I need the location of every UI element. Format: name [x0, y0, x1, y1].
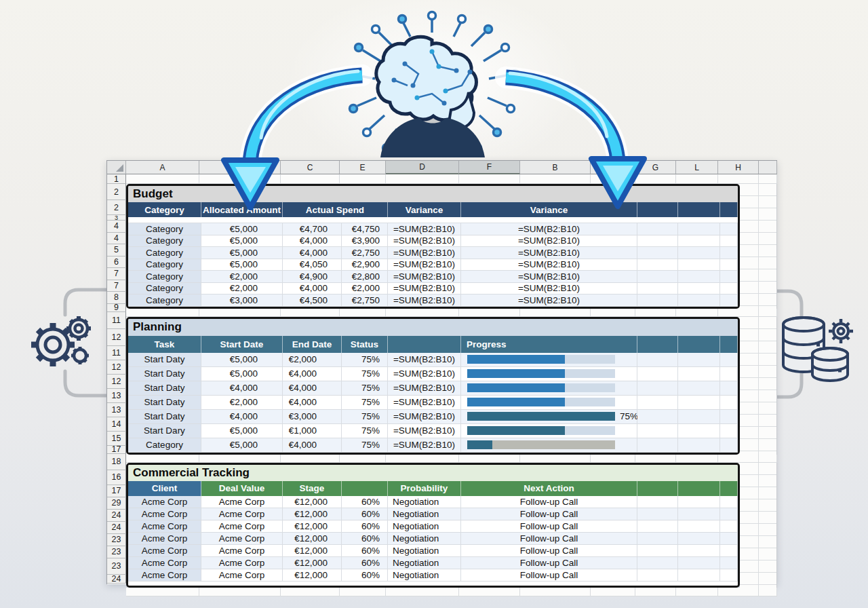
grid-cell[interactable] — [340, 588, 386, 596]
row-header[interactable]: 13 — [107, 389, 126, 403]
column-header-cell[interactable]: Allocated Amount — [201, 202, 283, 217]
cell[interactable] — [720, 271, 738, 283]
cell[interactable]: 60% — [342, 569, 388, 582]
cell[interactable]: 60% — [342, 496, 388, 508]
cell[interactable]: €5,000 — [201, 259, 283, 271]
cell[interactable] — [678, 396, 720, 410]
cell[interactable]: €2,800 — [342, 271, 388, 283]
row-header[interactable]: 7 — [107, 280, 126, 292]
cell[interactable]: Category — [128, 283, 201, 295]
cell[interactable] — [637, 438, 678, 453]
column-header[interactable]: D — [386, 161, 459, 174]
cell[interactable] — [678, 496, 720, 508]
cell[interactable] — [678, 259, 720, 271]
cell[interactable]: Start Daty — [128, 396, 201, 410]
cell[interactable]: €12,000 — [283, 557, 342, 569]
cell[interactable] — [637, 367, 678, 381]
cell[interactable]: €12,000 — [283, 496, 342, 508]
cell[interactable] — [720, 367, 738, 381]
cell[interactable] — [678, 557, 720, 569]
cell[interactable]: Start Daty — [128, 410, 201, 424]
cell[interactable]: Acme Corp — [128, 545, 201, 557]
cell[interactable]: 60% — [342, 533, 388, 545]
column-header-cell[interactable] — [637, 202, 678, 217]
cell[interactable]: 75% — [461, 410, 637, 424]
cell[interactable]: =SUM(B2:B10) — [461, 247, 637, 259]
cell[interactable]: Category — [128, 223, 201, 235]
cell[interactable]: Negotiation — [388, 496, 461, 508]
column-header-cell[interactable] — [637, 336, 678, 353]
cell[interactable] — [461, 424, 637, 438]
grid-cell[interactable] — [718, 309, 759, 317]
cell[interactable]: =SUM(B2:B10) — [388, 424, 461, 438]
grid-cell[interactable] — [676, 309, 718, 317]
grid-cell[interactable] — [520, 455, 591, 463]
row-header[interactable]: 13 — [107, 403, 126, 417]
grid-cell[interactable] — [340, 455, 386, 463]
cell[interactable]: Acme Corp — [128, 508, 201, 520]
cell[interactable] — [678, 545, 720, 557]
grid-cell[interactable] — [459, 174, 520, 184]
cell[interactable]: €3,000 — [201, 294, 283, 307]
cell[interactable]: Category — [128, 271, 201, 283]
column-header[interactable]: E — [340, 161, 386, 174]
cell[interactable]: €4,500 — [283, 294, 342, 307]
cell[interactable]: Acme Corp — [128, 569, 201, 582]
cell[interactable]: €4,000 — [201, 410, 283, 424]
cell[interactable]: Acme Corp — [201, 533, 283, 545]
cell[interactable]: Negotiation — [388, 557, 461, 569]
cell[interactable]: €2,750 — [342, 294, 388, 307]
cell[interactable] — [720, 496, 738, 508]
select-all-corner[interactable] — [107, 161, 126, 174]
column-header-cell[interactable] — [678, 202, 720, 217]
cell[interactable] — [461, 381, 637, 396]
grid-cell[interactable] — [126, 588, 199, 596]
column-header-cell[interactable]: Client — [128, 481, 201, 496]
cell[interactable]: €4,050 — [283, 259, 342, 271]
cell[interactable] — [720, 424, 738, 438]
cell[interactable]: 75% — [342, 410, 388, 424]
grid-cell[interactable] — [281, 588, 340, 596]
cell[interactable]: =SUM(B2:B10) — [388, 438, 461, 453]
cell[interactable] — [720, 353, 738, 367]
row-header[interactable]: 9 — [107, 304, 126, 312]
cell[interactable]: =SUM(B2:B10) — [388, 223, 461, 235]
cell[interactable] — [720, 557, 738, 569]
cell[interactable]: €12,000 — [283, 533, 342, 545]
cell[interactable]: Acme Corp — [128, 533, 201, 545]
cell[interactable] — [637, 508, 678, 520]
cell[interactable] — [720, 235, 738, 248]
grid-cell[interactable] — [459, 309, 520, 317]
grid-cell[interactable] — [281, 455, 340, 463]
cell[interactable] — [678, 223, 720, 235]
cell[interactable]: €5,000 — [201, 235, 283, 248]
grid-cell[interactable] — [386, 455, 459, 463]
row-header[interactable]: 24 — [107, 575, 126, 584]
cell[interactable]: Category — [128, 438, 201, 453]
cell[interactable]: Acme Corp — [128, 520, 201, 533]
cell[interactable]: =SUM(B2:B10) — [461, 223, 637, 235]
cell[interactable] — [637, 410, 678, 424]
cell[interactable]: Acme Corp — [201, 496, 283, 508]
row-header[interactable]: 11 — [107, 346, 126, 360]
cell[interactable]: Start Daty — [128, 353, 201, 367]
column-header-cell[interactable] — [388, 336, 461, 353]
cell[interactable]: Negotiation — [388, 520, 461, 533]
cell[interactable] — [720, 381, 738, 396]
column-header-cell[interactable]: Probability — [388, 481, 461, 496]
cell[interactable]: €2,750 — [342, 247, 388, 259]
cell[interactable]: =SUM(B2:B10) — [461, 259, 637, 271]
cell[interactable]: =SUM(B2:B10) — [388, 247, 461, 259]
cell[interactable]: =SUM(B2:B10) — [388, 367, 461, 381]
column-header-cell[interactable] — [720, 202, 738, 217]
cell[interactable] — [461, 367, 637, 381]
row-header[interactable]: 23 — [107, 534, 126, 546]
cell[interactable]: €4,000 — [283, 367, 342, 381]
row-header[interactable]: 16 — [107, 470, 126, 485]
grid-cell[interactable] — [126, 309, 199, 317]
column-header[interactable]: C — [281, 161, 340, 174]
column-header-cell[interactable]: Category — [128, 202, 201, 217]
cell[interactable]: 60% — [342, 557, 388, 569]
cell[interactable]: Category — [128, 247, 201, 259]
cell[interactable]: 75% — [342, 353, 388, 367]
